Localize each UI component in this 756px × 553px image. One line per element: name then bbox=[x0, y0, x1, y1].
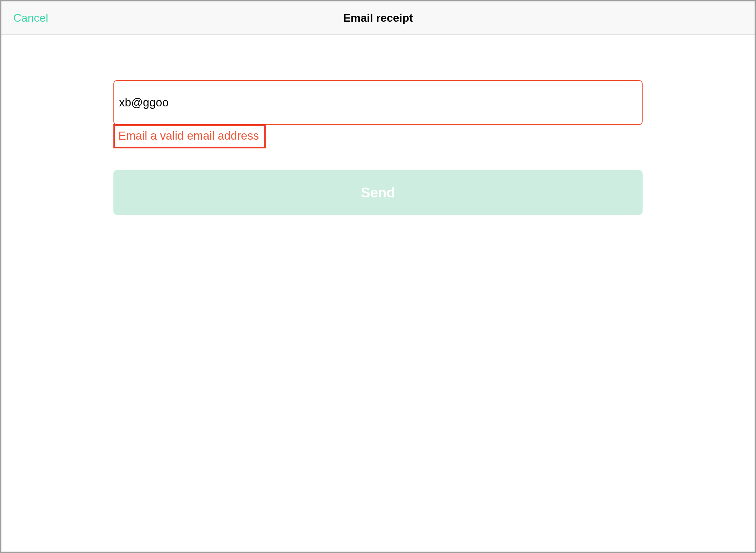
cancel-button[interactable]: Cancel bbox=[13, 12, 48, 24]
email-field[interactable] bbox=[113, 80, 643, 125]
page-title: Email receipt bbox=[343, 12, 413, 24]
send-button[interactable]: Send bbox=[113, 170, 643, 215]
error-message: Email a valid email address bbox=[113, 124, 266, 148]
content: Email a valid email address Send bbox=[1, 35, 755, 215]
header: Cancel Email receipt bbox=[1, 1, 755, 35]
